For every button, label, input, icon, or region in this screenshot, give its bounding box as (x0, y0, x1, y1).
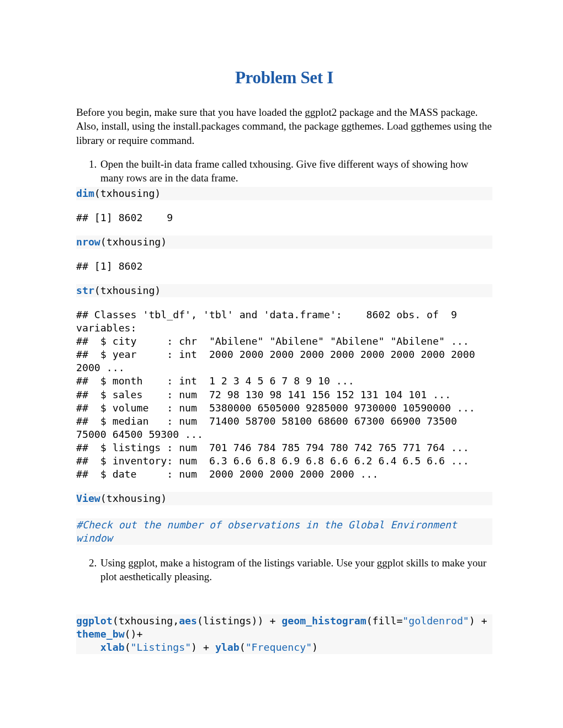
fn-aes: aes (179, 615, 197, 627)
fn-ylab: ylab (215, 641, 240, 653)
page: Problem Set I Before you begin, make sur… (0, 0, 563, 698)
page-title: Problem Set I (76, 68, 492, 88)
fn-ggplot: ggplot (76, 615, 113, 627)
fn-str: str (76, 285, 94, 296)
question-1: Open the built-in data frame called txho… (99, 157, 492, 185)
fn-geom-histogram: geom_histogram (282, 615, 366, 627)
intro-paragraph: Before you begin, make sure that you hav… (76, 105, 492, 147)
fn-view: View (76, 493, 100, 504)
question-2: Using ggplot, make a histogram of the li… (99, 556, 492, 584)
fn-theme-bw: theme_bw (76, 628, 125, 640)
fn-xlab: xlab (100, 641, 125, 653)
question-list: Open the built-in data frame called txho… (76, 157, 492, 185)
code-nrow: nrow(txhousing) (76, 235, 492, 249)
fn-nrow: nrow (76, 236, 100, 248)
output-dim: ## [1] 8602 9 (76, 211, 492, 224)
code-ggplot: ggplot(txhousing,aes(listings)) + geom_h… (76, 614, 492, 654)
fn-dim: dim (76, 188, 94, 199)
code-view: View(txhousing) (76, 492, 492, 505)
code-comment: #Check out the number of observations in… (76, 518, 492, 545)
code-dim: dim(txhousing) (76, 187, 492, 200)
output-str: ## Classes 'tbl_df', 'tbl' and 'data.fra… (76, 308, 492, 480)
code-str: str(txhousing) (76, 284, 492, 297)
question-list-2: Using ggplot, make a histogram of the li… (76, 556, 492, 584)
output-nrow: ## [1] 8602 (76, 260, 492, 273)
